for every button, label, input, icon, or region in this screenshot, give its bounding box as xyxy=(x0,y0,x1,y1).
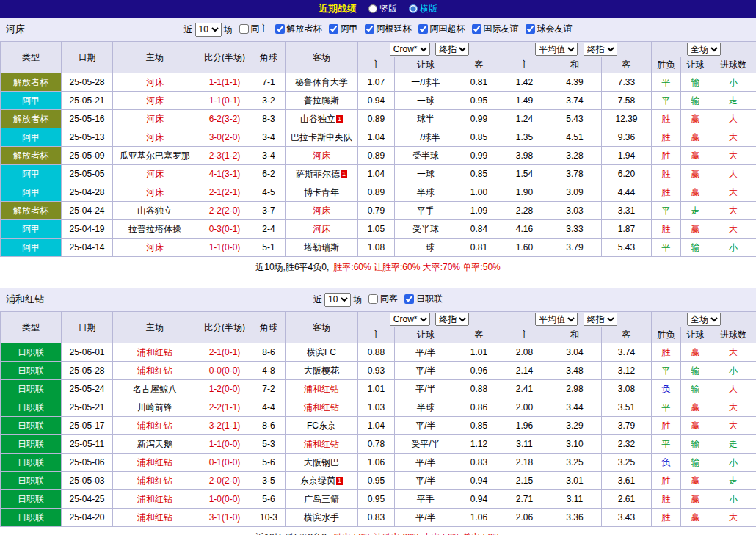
home-team-cell[interactable]: 河床 xyxy=(113,165,197,183)
away-team-cell[interactable]: 巴拉卡斯中央队 xyxy=(286,128,358,147)
filter-option[interactable]: 阿甲 xyxy=(329,23,358,35)
filter-option[interactable]: 国际友谊 xyxy=(472,23,519,35)
filter-checkbox[interactable] xyxy=(368,294,378,304)
team-name-link[interactable]: 川崎前锋 xyxy=(137,402,172,412)
filter-checkbox[interactable] xyxy=(329,24,338,34)
team-name-link[interactable]: 河床 xyxy=(146,132,164,142)
filter-checkbox[interactable] xyxy=(239,24,249,34)
away-team-cell[interactable]: 普拉腾斯 xyxy=(286,92,358,110)
home-team-cell[interactable]: 浦和红钻 xyxy=(113,343,197,362)
team-name-link[interactable]: 浦和红钻 xyxy=(137,347,172,357)
team-name-link[interactable]: 河床 xyxy=(146,187,164,197)
layout-option-vertical[interactable]: 竖版 xyxy=(368,3,397,15)
bookmaker-select[interactable]: Crow* xyxy=(390,43,430,56)
away-team-cell[interactable]: 河床 xyxy=(286,220,358,239)
team-name-link[interactable]: 河床 xyxy=(146,169,164,179)
home-team-cell[interactable]: 拉普拉塔体操 xyxy=(113,220,197,239)
home-team-cell[interactable]: 河床 xyxy=(113,239,197,257)
team-name-link[interactable]: 浦和红钻 xyxy=(137,421,172,431)
team-name-link[interactable]: 大阪樱花 xyxy=(304,365,339,376)
filter-option[interactable]: 同主 xyxy=(239,23,269,35)
team-name-link[interactable]: 东京绿茵 xyxy=(300,476,335,486)
team-name-link[interactable]: 河床 xyxy=(146,114,164,124)
home-team-cell[interactable]: 浦和红钻 xyxy=(113,509,197,527)
layout-option-horizontal[interactable]: 横版 xyxy=(409,3,437,15)
match-count-select[interactable]: 10 xyxy=(195,23,222,37)
away-team-cell[interactable]: 东京绿茵1 xyxy=(286,472,358,490)
filter-option[interactable]: 阿根廷杯 xyxy=(365,23,412,35)
away-team-cell[interactable]: 塔勒瑞斯 xyxy=(286,239,358,257)
team-name-link[interactable]: 浦和红钻 xyxy=(304,439,339,449)
euro-final-select[interactable]: 终指 xyxy=(584,313,617,326)
away-team-cell[interactable]: 山谷独立1 xyxy=(286,110,358,128)
team-name-link[interactable]: 浦和红钻 xyxy=(137,457,172,467)
team-name-link[interactable]: 河床 xyxy=(313,224,330,234)
home-team-cell[interactable]: 山谷独立 xyxy=(113,202,197,220)
asia-final-select[interactable]: 终指 xyxy=(435,43,469,56)
team-name-link[interactable]: FC东京 xyxy=(307,421,336,431)
away-team-cell[interactable]: 河床 xyxy=(286,147,358,165)
away-team-cell[interactable]: 广岛三箭 xyxy=(286,490,358,509)
filter-checkbox[interactable] xyxy=(404,294,414,304)
euro-final-select[interactable]: 终指 xyxy=(584,43,617,56)
filter-option[interactable]: 日职联 xyxy=(404,293,443,305)
team-name-link[interactable]: 巴拉卡斯中央队 xyxy=(291,132,352,142)
filter-option[interactable]: 球会友谊 xyxy=(526,23,573,35)
match-count-select[interactable]: 10 xyxy=(324,293,351,307)
team-name-link[interactable]: 秘鲁体育大学 xyxy=(295,77,348,87)
filter-checkbox[interactable] xyxy=(365,24,374,34)
away-team-cell[interactable]: 横滨FC xyxy=(286,343,358,362)
away-team-cell[interactable]: 横滨水手 xyxy=(286,509,358,527)
team-name-link[interactable]: 浦和红钻 xyxy=(304,402,339,412)
home-team-cell[interactable]: 河床 xyxy=(113,92,197,110)
team-name-link[interactable]: 萨斯菲尔德 xyxy=(296,169,340,179)
team-name-link[interactable]: 浦和红钻 xyxy=(137,365,172,376)
scope-select[interactable]: 全场 xyxy=(687,43,721,56)
filter-option[interactable]: 同客 xyxy=(368,293,398,305)
home-team-cell[interactable]: 河床 xyxy=(113,183,197,202)
filter-option[interactable]: 阿国超杯 xyxy=(418,23,465,35)
away-team-cell[interactable]: 河床 xyxy=(286,202,358,220)
filter-checkbox[interactable] xyxy=(275,24,285,34)
team-name-link[interactable]: 河床 xyxy=(146,95,164,106)
average-select[interactable]: 平均值 xyxy=(535,313,578,326)
asia-final-select[interactable]: 终指 xyxy=(435,313,469,326)
home-team-cell[interactable]: 川崎前锋 xyxy=(113,398,197,417)
team-name-link[interactable]: 山谷独立 xyxy=(300,114,335,124)
home-team-cell[interactable]: 浦和红钻 xyxy=(113,417,197,435)
team-name-link[interactable]: 浦和红钻 xyxy=(137,476,172,486)
team-name-link[interactable]: 浦和红钻 xyxy=(137,512,172,523)
home-team-cell[interactable]: 浦和红钻 xyxy=(113,472,197,490)
away-team-cell[interactable]: 萨斯菲尔德1 xyxy=(286,165,358,183)
away-team-cell[interactable]: 秘鲁体育大学 xyxy=(286,73,358,92)
average-select[interactable]: 平均值 xyxy=(535,43,578,56)
team-name-link[interactable]: 瓜亚基尔巴塞罗那 xyxy=(120,150,190,161)
home-team-cell[interactable]: 新泻天鹅 xyxy=(113,435,197,454)
team-name-link[interactable]: 新泻天鹅 xyxy=(137,439,172,449)
home-team-cell[interactable]: 浦和红钻 xyxy=(113,490,197,509)
team-name-link[interactable]: 拉普拉塔体操 xyxy=(128,224,181,234)
team-name-link[interactable]: 浦和红钻 xyxy=(304,384,339,394)
team-name-link[interactable]: 山谷独立 xyxy=(137,205,172,216)
filter-option[interactable]: 解放者杯 xyxy=(275,23,322,35)
team-name-link[interactable]: 大阪钢巴 xyxy=(304,457,339,467)
team-name-link[interactable]: 河床 xyxy=(313,150,330,161)
team-name-link[interactable]: 普拉腾斯 xyxy=(304,95,339,106)
team-name-link[interactable]: 河床 xyxy=(146,77,164,87)
team-name-link[interactable]: 河床 xyxy=(146,242,164,252)
home-team-cell[interactable]: 河床 xyxy=(113,110,197,128)
filter-checkbox[interactable] xyxy=(526,24,535,34)
away-team-cell[interactable]: 浦和红钻 xyxy=(286,380,358,398)
team-name-link[interactable]: 横滨水手 xyxy=(304,512,339,523)
team-name-link[interactable]: 横滨FC xyxy=(307,347,336,357)
team-name-link[interactable]: 河床 xyxy=(313,205,330,216)
away-team-cell[interactable]: 大阪钢巴 xyxy=(286,454,358,472)
away-team-cell[interactable]: 浦和红钻 xyxy=(286,398,358,417)
vertical-layout-radio[interactable] xyxy=(368,4,377,13)
filter-checkbox[interactable] xyxy=(418,24,428,34)
away-team-cell[interactable]: FC东京 xyxy=(286,417,358,435)
home-team-cell[interactable]: 河床 xyxy=(113,128,197,147)
scope-select[interactable]: 全场 xyxy=(687,313,721,326)
team-name-link[interactable]: 名古屋鲸八 xyxy=(133,384,177,394)
away-team-cell[interactable]: 大阪樱花 xyxy=(286,362,358,380)
